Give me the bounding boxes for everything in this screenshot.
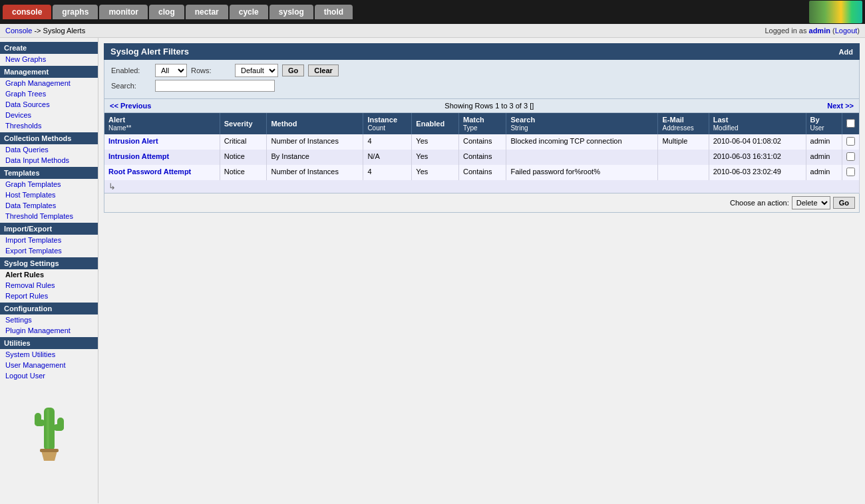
main-layout: Create New Graphs Management Graph Manag… bbox=[0, 38, 865, 503]
rows-select[interactable]: Default 10 20 50 100 bbox=[235, 64, 278, 77]
svg-rect-2 bbox=[35, 413, 41, 426]
sidebar-item-plugin-management[interactable]: Plugin Management bbox=[0, 325, 98, 336]
admin-link[interactable]: admin bbox=[809, 27, 830, 35]
table-row: Intrusion Attempt Notice By Instance N/A… bbox=[104, 150, 860, 165]
col-by-user: ByUser bbox=[806, 113, 842, 134]
sidebar-item-graph-trees[interactable]: Graph Trees bbox=[0, 88, 98, 99]
sidebar-section-management: Management bbox=[0, 66, 98, 78]
next-link[interactable]: Next >> bbox=[827, 102, 854, 110]
breadcrumb-current: Syslog Alerts bbox=[43, 27, 86, 35]
sidebar-item-graph-templates[interactable]: Graph Templates bbox=[0, 179, 98, 189]
sidebar-item-import-templates[interactable]: Import Templates bbox=[0, 235, 98, 245]
sidebar-item-new-graphs[interactable]: New Graphs bbox=[0, 54, 98, 64]
login-info: Logged in as admin (Logout) bbox=[765, 27, 860, 35]
sidebar-item-thresholds[interactable]: Thresholds bbox=[0, 120, 98, 131]
action-select[interactable]: Delete bbox=[792, 196, 830, 209]
col-match-type: MatchType bbox=[459, 113, 506, 134]
nav-tab-thold[interactable]: thold bbox=[315, 5, 353, 19]
svg-rect-4 bbox=[57, 418, 64, 431]
last-modified-2: 2010-06-03 16:31:02 bbox=[709, 150, 806, 165]
sidebar-item-devices[interactable]: Devices bbox=[0, 110, 98, 120]
sidebar-item-removal-rules[interactable]: Removal Rules bbox=[0, 280, 98, 291]
sidebar-item-system-utilities[interactable]: System Utilities bbox=[0, 349, 98, 360]
email-2 bbox=[658, 150, 709, 165]
last-modified-1: 2010-06-04 01:08:02 bbox=[709, 134, 806, 150]
match-type-3: Contains bbox=[459, 165, 506, 180]
sidebar-item-user-management[interactable]: User Management bbox=[0, 360, 98, 370]
prev-link[interactable]: << Previous bbox=[110, 102, 151, 110]
sidebar-section-templates: Templates bbox=[0, 167, 98, 179]
action-go-button[interactable]: Go bbox=[833, 197, 855, 209]
nav-tab-nectar[interactable]: nectar bbox=[186, 5, 228, 19]
last-modified-3: 2010-06-03 23:02:49 bbox=[709, 165, 806, 180]
by-user-3: admin bbox=[806, 165, 842, 180]
sidebar-section-configuration: Configuration bbox=[0, 303, 98, 315]
sidebar-item-host-templates[interactable]: Host Templates bbox=[0, 189, 98, 200]
select-all-checkbox[interactable] bbox=[846, 119, 855, 128]
nav-tab-cycle[interactable]: cycle bbox=[230, 5, 268, 19]
sidebar-item-data-sources[interactable]: Data Sources bbox=[0, 99, 98, 110]
nav-tab-clog[interactable]: clog bbox=[149, 5, 184, 19]
col-instance-count: InstanceCount bbox=[363, 113, 412, 134]
panel-title: Syslog Alert Filters bbox=[110, 47, 189, 57]
email-1: Multiple bbox=[658, 134, 709, 150]
instance-count-2: N/A bbox=[363, 150, 412, 165]
alert-name-link-1[interactable]: Intrusion Alert bbox=[108, 137, 158, 145]
search-string-3: Failed password for%root% bbox=[506, 165, 658, 180]
breadcrumb: Console -> Syslog Alerts Logged in as ad… bbox=[0, 24, 865, 38]
sidebar-item-data-input-methods[interactable]: Data Input Methods bbox=[0, 155, 98, 166]
nav-tab-syslog[interactable]: syslog bbox=[269, 5, 313, 19]
table-navigation: << Previous Showing Rows 1 to 3 of 3 [] … bbox=[104, 99, 860, 113]
row-checkbox-2[interactable] bbox=[846, 152, 855, 161]
col-email-addresses: E-MailAddresses bbox=[658, 113, 709, 134]
add-link[interactable]: Add bbox=[839, 48, 853, 56]
sidebar-section-create: Create bbox=[0, 42, 98, 54]
cactus-logo bbox=[0, 381, 98, 474]
go-button[interactable]: Go bbox=[282, 64, 304, 76]
by-user-1: admin bbox=[806, 134, 842, 150]
enabled-2: Yes bbox=[412, 150, 459, 165]
sidebar-item-alert-rules[interactable]: Alert Rules bbox=[0, 269, 98, 280]
col-alert-name: AlertName** bbox=[104, 113, 220, 134]
filter-bar: Enabled: All Yes No Rows: Default 10 20 … bbox=[104, 60, 860, 99]
logout-link[interactable]: Logout bbox=[835, 27, 858, 35]
table-header-row: AlertName** Severity Method InstanceCoun… bbox=[104, 113, 860, 134]
alert-name-link-3[interactable]: Root Password Attempt bbox=[108, 168, 191, 176]
breadcrumb-console-link[interactable]: Console bbox=[5, 27, 32, 35]
row-checkbox-1[interactable] bbox=[846, 137, 855, 146]
sidebar-item-graph-management[interactable]: Graph Management bbox=[0, 78, 98, 88]
match-type-1: Contains bbox=[459, 134, 506, 150]
method-1: Number of Instances bbox=[267, 134, 363, 150]
sidebar-item-threshold-templates[interactable]: Threshold Templates bbox=[0, 211, 98, 221]
table-row: Root Password Attempt Notice Number of I… bbox=[104, 165, 860, 180]
panel-header: Syslog Alert Filters Add bbox=[104, 43, 860, 60]
row-checkbox-3[interactable] bbox=[846, 168, 855, 176]
search-input[interactable] bbox=[155, 80, 275, 92]
email-3 bbox=[658, 165, 709, 180]
sidebar: Create New Graphs Management Graph Manag… bbox=[0, 38, 98, 503]
alert-name-link-2[interactable]: Intrusion Attempt bbox=[108, 152, 169, 160]
clear-button[interactable]: Clear bbox=[308, 64, 339, 76]
svg-marker-5 bbox=[41, 451, 57, 461]
search-label: Search: bbox=[111, 82, 151, 90]
col-enabled: Enabled bbox=[412, 113, 459, 134]
severity-1: Critical bbox=[220, 134, 267, 150]
enabled-select[interactable]: All Yes No bbox=[155, 64, 187, 77]
nav-tab-console[interactable]: console bbox=[3, 5, 51, 19]
sidebar-item-settings[interactable]: Settings bbox=[0, 315, 98, 325]
sidebar-item-report-rules[interactable]: Report Rules bbox=[0, 291, 98, 301]
sidebar-item-data-queries[interactable]: Data Queries bbox=[0, 144, 98, 155]
svg-rect-6 bbox=[40, 449, 59, 452]
sidebar-section-collection-methods: Collection Methods bbox=[0, 132, 98, 144]
nav-tab-monitor[interactable]: monitor bbox=[99, 5, 148, 19]
sidebar-item-data-templates[interactable]: Data Templates bbox=[0, 200, 98, 211]
search-string-2 bbox=[506, 150, 658, 165]
logo bbox=[809, 1, 862, 23]
sidebar-item-export-templates[interactable]: Export Templates bbox=[0, 245, 98, 256]
sidebar-item-logout-user[interactable]: Logout User bbox=[0, 370, 98, 381]
enabled-1: Yes bbox=[412, 134, 459, 150]
sidebar-section-utilities: Utilities bbox=[0, 337, 98, 349]
sidebar-section-syslog-settings: Syslog Settings bbox=[0, 257, 98, 269]
svg-rect-7 bbox=[47, 409, 49, 449]
nav-tab-graphs[interactable]: graphs bbox=[53, 5, 98, 19]
